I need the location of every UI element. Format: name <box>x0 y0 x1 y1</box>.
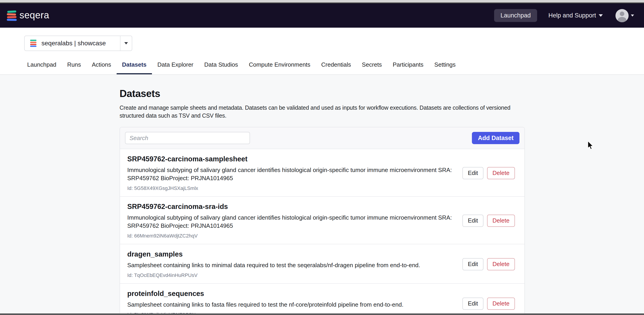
dataset-actions: Edit Delete <box>462 258 518 270</box>
tab-credentials[interactable]: Credentials <box>316 61 357 74</box>
seqera-brand[interactable]: seqera <box>7 11 49 21</box>
dataset-row: SRP459762-carcinoma-samplesheet Immunolo… <box>120 149 524 197</box>
dataset-actions: Edit Delete <box>462 167 518 179</box>
dataset-actions: Edit Delete <box>462 297 518 309</box>
tab-settings[interactable]: Settings <box>429 61 461 74</box>
workspace-selector-value: seqeralabs | showcase <box>25 36 120 51</box>
delete-button[interactable]: Delete <box>487 297 515 309</box>
dataset-info: SRP459762-carcinoma-sra-ids Immunologica… <box>127 203 462 239</box>
person-icon <box>620 12 624 16</box>
dataset-id: Id: 5G58X49XGsgJHSXajLSmlx <box>127 185 462 191</box>
window-edge-top <box>0 0 644 3</box>
tab-launchpad[interactable]: Launchpad <box>22 61 62 74</box>
tab-datasets[interactable]: Datasets <box>116 61 152 74</box>
dataset-description: Immunological subtyping of salivary glan… <box>127 213 462 230</box>
datasets-card: Add Dataset SRP459762-carcinoma-samplesh… <box>120 127 525 315</box>
avatar <box>616 9 628 22</box>
dataset-row: dragen_samples Samplesheet containing li… <box>120 244 524 284</box>
dataset-row: proteinfold_sequences Samplesheet contai… <box>120 284 524 315</box>
edit-button[interactable]: Edit <box>462 297 484 309</box>
tab-actions[interactable]: Actions <box>86 61 116 74</box>
edit-button[interactable]: Edit <box>462 258 484 270</box>
dataset-name[interactable]: SRP459762-carcinoma-samplesheet <box>127 155 462 163</box>
delete-button[interactable]: Delete <box>487 215 515 227</box>
navbar-right-group: Launchpad Help and Support <box>494 9 634 22</box>
workspace-tabs: Launchpad Runs Actions Datasets Data Exp… <box>22 61 461 74</box>
dataset-name[interactable]: SRP459762-carcinoma-sra-ids <box>127 203 462 211</box>
dataset-description: Samplesheet containing links to fasta fi… <box>127 300 462 309</box>
tab-data-studios[interactable]: Data Studios <box>199 61 244 74</box>
tab-secrets[interactable]: Secrets <box>356 61 387 74</box>
dataset-info: proteinfold_sequences Samplesheet contai… <box>127 290 462 315</box>
chevron-down-icon <box>599 14 603 17</box>
dataset-name[interactable]: dragen_samples <box>127 250 462 258</box>
dataset-info: SRP459762-carcinoma-samplesheet Immunolo… <box>127 155 462 191</box>
dataset-name[interactable]: proteinfold_sequences <box>127 290 462 298</box>
tab-participants[interactable]: Participants <box>387 61 429 74</box>
dataset-info: dragen_samples Samplesheet containing li… <box>127 250 462 278</box>
seqera-logo-icon <box>7 11 17 21</box>
dataset-description: Samplesheet containing links to minimal … <box>127 261 462 269</box>
workspace-dropdown-toggle[interactable] <box>120 36 132 51</box>
edit-button[interactable]: Edit <box>462 167 484 179</box>
dataset-id: Id: TqOcEbEQEvd4inHuRPUsV <box>127 272 462 278</box>
tab-data-explorer[interactable]: Data Explorer <box>152 61 199 74</box>
workspace-org-icon <box>30 40 36 47</box>
page-title: Datasets <box>120 88 525 99</box>
tab-compute-environments[interactable]: Compute Environments <box>244 61 316 74</box>
delete-button[interactable]: Delete <box>487 167 515 179</box>
datasets-toolbar: Add Dataset <box>120 127 524 149</box>
edit-button[interactable]: Edit <box>462 215 484 227</box>
workspace-selector[interactable]: seqeralabs | showcase <box>24 36 132 51</box>
page-description: Create and manage sample sheets and meta… <box>120 104 525 120</box>
add-dataset-button[interactable]: Add Dataset <box>472 132 520 144</box>
dataset-actions: Edit Delete <box>462 215 518 227</box>
dataset-description: Immunological subtyping of salivary glan… <box>127 166 462 182</box>
brand-wordmark: seqera <box>20 11 49 20</box>
workspace-label: seqeralabs | showcase <box>42 40 106 47</box>
launchpad-button[interactable]: Launchpad <box>494 9 537 22</box>
help-and-support-menu[interactable]: Help and Support <box>548 12 603 19</box>
help-and-support-label: Help and Support <box>548 12 596 19</box>
window-edge-bottom <box>0 313 644 315</box>
window-edge-top-dark <box>0 3 644 4</box>
workspace-header: seqeralabs | showcase Launchpad Runs Act… <box>0 28 644 75</box>
dataset-id: Id: 66Mnem92iN6aWdjtZC2hqV <box>127 233 462 239</box>
chevron-down-icon <box>631 15 634 17</box>
search-input[interactable] <box>125 132 250 144</box>
top-navbar: seqera Launchpad Help and Support <box>0 4 644 28</box>
tab-runs[interactable]: Runs <box>62 61 86 74</box>
user-menu[interactable] <box>616 9 634 22</box>
main-content: Datasets Create and manage sample sheets… <box>0 75 644 315</box>
delete-button[interactable]: Delete <box>487 258 515 270</box>
dataset-row: SRP459762-carcinoma-sra-ids Immunologica… <box>120 197 524 244</box>
chevron-down-icon <box>124 42 128 45</box>
